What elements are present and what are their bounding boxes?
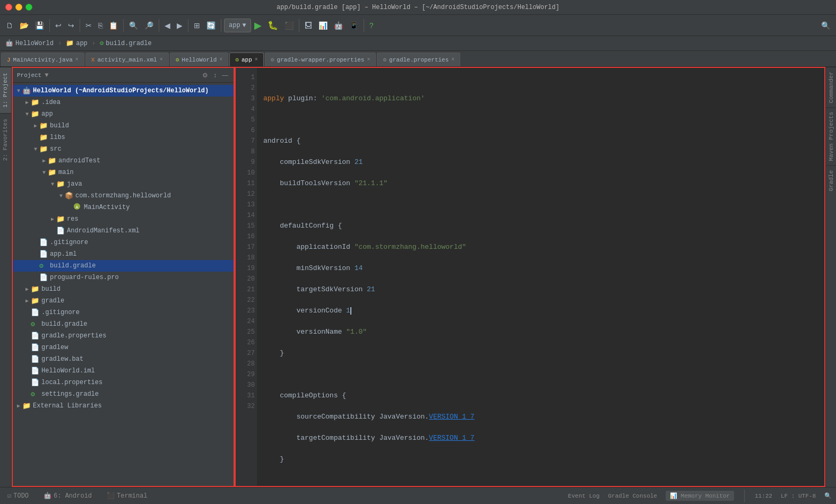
tab-gradle-props-close[interactable]: × [451, 57, 454, 63]
tree-item-proguard[interactable]: 📄 proguard-rules.pro [13, 272, 234, 283]
todo-icon: ☑ [7, 492, 11, 500]
ddms-button[interactable]: 📱 [347, 20, 361, 31]
tree-item-gitignore-app[interactable]: 📄 .gitignore [13, 237, 234, 248]
tree-item-external-libs[interactable]: ▶ 📁 External Libraries [13, 400, 234, 412]
run-button[interactable]: ▶ [252, 19, 264, 32]
tree-item-src[interactable]: ▼ 📁 src [13, 143, 234, 155]
tree-item-root[interactable]: ▼ 🤖 HelloWorld (~AndroidStudioProjects/H… [13, 85, 234, 97]
profile-button[interactable]: 📊 [316, 20, 330, 31]
tree-item-build-root[interactable]: ▶ 📁 build [13, 283, 234, 295]
tab-helloworld-close[interactable]: × [219, 57, 222, 63]
sidebar-item-project[interactable]: 1: Project [0, 67, 11, 113]
run-config-dropdown[interactable]: app ▼ [224, 19, 251, 32]
tree-item-gradlewbat[interactable]: 📄 gradlew.bat [13, 353, 234, 365]
bottom-tab-todo[interactable]: ☑ TODO [4, 490, 32, 502]
tree-item-local-properties[interactable]: 📄 local.properties [13, 377, 234, 388]
stop-button[interactable]: ⬛ [282, 20, 296, 31]
redo-button[interactable]: ↪ [65, 20, 77, 31]
bottom-tab-android[interactable]: 🤖 6: Android [40, 490, 95, 502]
memory-monitor-icon: 📊 [670, 493, 677, 499]
code-editor[interactable]: 1 2 3 4 5 6 7 8 9 10 11 12 13 14 15 16 1… [236, 68, 824, 486]
tab-gradle-wrapper[interactable]: ⚙ gradle-wrapper.properties × [265, 53, 376, 66]
tree-label-gitignore-app: .gitignore [50, 239, 88, 246]
android-button[interactable]: 🤖 [331, 20, 346, 31]
tree-item-build-gradle-app[interactable]: ⚙ build.gradle [13, 260, 234, 272]
tree-item-package[interactable]: ▼ 📦 com.stormzhang.helloworld [13, 190, 234, 202]
tree-item-libs[interactable]: 📁 libs [13, 132, 234, 143]
replace-button[interactable]: 🔎 [142, 20, 156, 31]
tree-item-gradlew[interactable]: 📄 gradlew [13, 342, 234, 353]
right-tab-maven[interactable]: Maven Projects [826, 107, 836, 165]
tab-mainactivity[interactable]: J MainActivity.java × [1, 53, 84, 66]
tree-item-gitignore-root[interactable]: 📄 .gitignore [13, 307, 234, 318]
search-everywhere-button[interactable]: 🔍 [818, 20, 833, 31]
tab-helloworld[interactable]: ⚙ HelloWorld × [170, 53, 229, 66]
minimize-button[interactable] [15, 4, 22, 11]
line-num-1: 1 [238, 72, 255, 83]
status-memory-monitor[interactable]: 📊 Memory Monitor [666, 491, 734, 501]
sync-button[interactable]: 🔄 [204, 20, 218, 31]
tree-item-app-iml[interactable]: 📄 app.iml [13, 248, 234, 260]
tree-item-androidtest[interactable]: ▶ 📁 androidTest [13, 155, 234, 167]
open-button[interactable]: 📂 [17, 20, 31, 31]
find-button[interactable]: 🔍 [126, 20, 141, 31]
code-line-19 [263, 475, 818, 486]
gradle-icon-build-app: ⚙ [39, 262, 48, 270]
undo-button[interactable]: ↩ [53, 20, 64, 31]
breadcrumb-app[interactable]: 📁 app [66, 39, 88, 47]
breadcrumb-file[interactable]: ⚙ build.gradle [100, 39, 152, 47]
back-button[interactable]: ◀ [162, 20, 173, 31]
tree-item-settings-gradle[interactable]: ⚙ settings.gradle [13, 388, 234, 400]
tab-gradle-props[interactable]: ⚙ gradle.properties × [377, 53, 460, 66]
tree-label-gitignore-root: .gitignore [41, 309, 80, 316]
folder-icon-app: 📁 [31, 110, 39, 118]
tree-item-build-gradle-root[interactable]: ⚙ build.gradle [13, 318, 234, 330]
tab-gradle-wrapper-close[interactable]: × [367, 57, 370, 63]
tree-item-helloworld-iml[interactable]: 📄 HelloWorld.iml [13, 365, 234, 377]
tab-activity-main-close[interactable]: × [160, 57, 163, 63]
maximize-button[interactable] [25, 4, 32, 11]
breadcrumb-helloworld[interactable]: 🤖 HelloWorld [5, 39, 54, 47]
paste-button[interactable]: 📋 [106, 20, 120, 31]
tree-item-androidmanifest[interactable]: 📄 AndroidManifest.xml [13, 225, 234, 237]
tab-mainactivity-close[interactable]: × [75, 57, 79, 63]
panel-gear-button[interactable]: ⚙ [201, 71, 209, 80]
bottom-tab-terminal[interactable]: ⬛ Terminal [104, 490, 151, 502]
status-line-ending[interactable]: LF : UTF-8 [781, 493, 816, 499]
code-line-14 [263, 369, 818, 380]
structure-button[interactable]: ⊞ [191, 20, 203, 31]
debug-button[interactable]: 🐛 [265, 19, 281, 32]
panel-minimize-button[interactable]: — [221, 71, 229, 80]
sidebar-item-favorites[interactable]: 2: Favorites [0, 113, 11, 166]
status-gradle-console[interactable]: Gradle Console [608, 493, 657, 499]
copy-button[interactable]: ⎘ [96, 20, 105, 31]
cut-button[interactable]: ✂ [83, 20, 94, 31]
tree-label-src: src [50, 145, 62, 153]
tree-item-res[interactable]: ▶ 📁 res [13, 213, 234, 225]
tab-app[interactable]: ⚙ app × [229, 53, 263, 66]
forward-button[interactable]: ▶ [174, 20, 185, 31]
tab-app-close[interactable]: × [255, 57, 258, 63]
tree-item-java[interactable]: ▼ 📁 java [13, 178, 234, 190]
new-file-button[interactable]: 🗋 [3, 20, 16, 31]
status-event-log[interactable]: Event Log [568, 493, 599, 499]
tree-item-gradle-properties[interactable]: 📄 gradle.properties [13, 330, 234, 342]
tree-item-mainactivity[interactable]: A MainActivity [13, 202, 234, 213]
help-button[interactable]: ? [367, 20, 376, 31]
panel-sync-button[interactable]: ↕ [212, 71, 218, 80]
tab-helloworld-label: HelloWorld [182, 57, 217, 63]
save-button[interactable]: 💾 [32, 20, 47, 31]
tree-item-app[interactable]: ▼ 📁 app [13, 108, 234, 120]
tree-item-idea[interactable]: ▶ 📁 .idea [13, 97, 234, 108]
tree-item-main[interactable]: ▼ 📁 main [13, 167, 234, 178]
tree-item-gradle[interactable]: ▶ 📁 gradle [13, 295, 234, 307]
tree-item-build-app[interactable]: ▶ 📁 build [13, 120, 234, 132]
close-button[interactable] [5, 4, 12, 11]
code-line-11: versionCode 1 [263, 306, 818, 316]
coverage-button[interactable]: ⛾ [302, 20, 315, 31]
right-tab-gradle[interactable]: Gradle [826, 166, 836, 196]
editor-area[interactable]: 1 2 3 4 5 6 7 8 9 10 11 12 13 14 15 16 1… [235, 67, 825, 487]
tab-activity-main[interactable]: X activity_main.xml × [85, 53, 169, 66]
right-tab-commander[interactable]: Commander [826, 67, 836, 107]
code-content[interactable]: apply plugin: 'com.android.application' … [257, 68, 824, 486]
